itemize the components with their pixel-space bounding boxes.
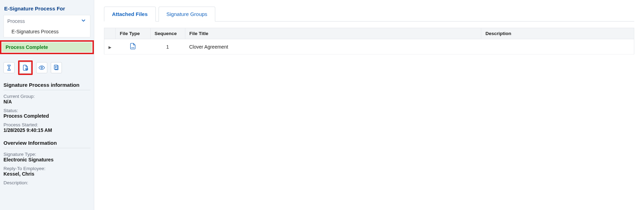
field-signature-type: Signature Type: Electronic Signatures xyxy=(3,152,90,162)
highlight-status-banner: Process Complete xyxy=(0,40,94,54)
hourglass-icon xyxy=(6,65,12,71)
row-description xyxy=(481,39,634,54)
sidebar: E-Signature Process For Process E-Signat… xyxy=(0,0,94,210)
tab-signature-groups[interactable]: Signature Groups xyxy=(159,7,216,22)
expand-row-icon[interactable]: ▶ xyxy=(108,45,111,49)
status-value: Process Completed xyxy=(3,113,90,119)
sig-type-label: Signature Type: xyxy=(3,152,90,157)
svg-text:PDF: PDF xyxy=(131,47,135,49)
tab-attached-files[interactable]: Attached Files xyxy=(104,7,156,22)
action-icon-row xyxy=(3,60,90,75)
process-dropdown[interactable]: Process E-Signatures Process xyxy=(3,15,90,37)
clipboard-button[interactable] xyxy=(51,62,62,73)
description-label: Description: xyxy=(3,180,90,185)
reply-to-label: Reply-To Employee: xyxy=(3,166,90,171)
tabs: Attached Files Signature Groups xyxy=(104,6,634,22)
field-description: Description: xyxy=(3,180,90,185)
process-dropdown-label: Process xyxy=(7,18,25,24)
col-expand xyxy=(104,28,116,39)
row-file-title: Clover Agreement xyxy=(185,39,481,54)
eye-icon xyxy=(39,65,45,71)
col-description[interactable]: Description xyxy=(481,28,634,39)
field-reply-to: Reply-To Employee: Kessel, Chris xyxy=(3,166,90,177)
col-sequence[interactable]: Sequence xyxy=(150,28,185,39)
sig-type-value: Electronic Signatures xyxy=(3,157,90,162)
hourglass-button[interactable] xyxy=(3,62,15,73)
pdf-icon[interactable]: PDF xyxy=(129,45,136,51)
process-dropdown-header[interactable]: Process xyxy=(4,15,90,27)
field-status: Status: Process Completed xyxy=(3,108,90,119)
reply-to-value: Kessel, Chris xyxy=(3,171,90,177)
process-dropdown-selected[interactable]: E-Signatures Process xyxy=(4,27,90,37)
section-heading-signature-process-info: Signature Process information xyxy=(3,82,90,90)
sidebar-title: E-Signature Process For xyxy=(3,5,90,14)
file-download-button[interactable] xyxy=(20,62,31,73)
current-group-label: Current Group: xyxy=(3,94,90,99)
status-label: Status: xyxy=(3,108,90,113)
started-label: Process Started: xyxy=(3,122,90,127)
eye-button[interactable] xyxy=(36,62,47,73)
clipboard-icon xyxy=(53,65,59,71)
status-banner: Process Complete xyxy=(2,42,92,52)
svg-point-1 xyxy=(41,67,43,69)
current-group-value: N/A xyxy=(3,99,90,104)
attached-files-table: File Type Sequence File Title Descriptio… xyxy=(104,28,634,54)
table-row[interactable]: ▶ PDF 1 Clover Agreement xyxy=(104,39,634,54)
chevron-down-icon xyxy=(80,17,87,25)
col-file-title[interactable]: File Title xyxy=(185,28,481,39)
col-filetype[interactable]: File Type xyxy=(115,28,150,39)
file-download-icon xyxy=(22,65,29,71)
main-content: Attached Files Signature Groups File Typ… xyxy=(94,0,644,210)
started-value: 1/28/2025 9:40:15 AM xyxy=(3,127,90,133)
field-started: Process Started: 1/28/2025 9:40:15 AM xyxy=(3,122,90,133)
section-heading-overview-info: Overview Information xyxy=(3,140,90,148)
row-sequence: 1 xyxy=(150,39,185,54)
field-current-group: Current Group: N/A xyxy=(3,94,90,104)
highlight-download-button xyxy=(18,60,33,75)
